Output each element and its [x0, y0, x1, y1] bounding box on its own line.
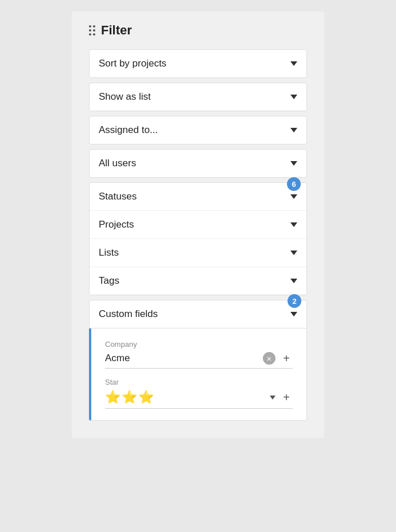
- company-field-label: Company: [105, 340, 293, 349]
- custom-fields-section: 2 Custom fields Company Acme + Star ⭐⭐⭐: [89, 300, 307, 421]
- filter-sections-group: 6 Statuses Projects Lists Tags: [89, 182, 307, 295]
- sort-by-projects-item[interactable]: Sort by projects: [90, 50, 306, 77]
- tags-label: Tags: [99, 275, 119, 287]
- company-add-button[interactable]: +: [280, 352, 293, 365]
- tags-chevron-icon: [290, 279, 297, 283]
- assigned-to-dropdown[interactable]: Assigned to...: [89, 116, 307, 144]
- all-users-item[interactable]: All users: [90, 150, 306, 177]
- tags-item[interactable]: Tags: [90, 267, 306, 295]
- statuses-chevron-icon: [290, 194, 297, 199]
- filter-title: Filter: [101, 23, 132, 38]
- statuses-badge: 6: [287, 177, 301, 191]
- star-field-row: Star ⭐⭐⭐ +: [105, 378, 293, 409]
- lists-item[interactable]: Lists: [90, 239, 306, 267]
- company-clear-button[interactable]: [263, 352, 275, 365]
- star-field-label: Star: [105, 378, 293, 386]
- show-as-list-dropdown[interactable]: Show as list: [89, 83, 307, 111]
- all-users-dropdown[interactable]: All users: [89, 149, 307, 178]
- sort-by-projects-label: Sort by projects: [99, 58, 166, 69]
- custom-fields-panel: Company Acme + Star ⭐⭐⭐ +: [89, 328, 307, 421]
- drag-handle-icon[interactable]: [89, 25, 95, 36]
- all-users-label: All users: [99, 158, 136, 169]
- projects-item[interactable]: Projects: [90, 211, 306, 239]
- show-as-list-label: Show as list: [99, 91, 151, 103]
- company-field-value: Acme: [105, 353, 258, 364]
- sort-by-projects-dropdown[interactable]: Sort by projects: [89, 49, 307, 78]
- statuses-label: Statuses: [99, 191, 137, 202]
- star-add-button[interactable]: +: [280, 391, 293, 404]
- custom-fields-chevron-icon: [290, 312, 297, 316]
- assigned-to-label: Assigned to...: [99, 124, 158, 136]
- custom-fields-label: Custom fields: [99, 308, 158, 320]
- lists-label: Lists: [99, 247, 119, 259]
- lists-chevron-icon: [290, 251, 297, 255]
- all-users-chevron-icon: [290, 161, 297, 166]
- filter-header: Filter: [89, 23, 307, 38]
- sort-by-projects-chevron-icon: [290, 61, 297, 66]
- company-field-row: Company Acme +: [105, 340, 293, 369]
- filter-panel: Filter Sort by projects Show as list Ass…: [72, 11, 324, 438]
- assigned-to-item[interactable]: Assigned to...: [90, 116, 306, 144]
- projects-label: Projects: [99, 219, 134, 230]
- show-as-list-item[interactable]: Show as list: [90, 83, 306, 111]
- star-dropdown-chevron-icon[interactable]: [270, 396, 275, 400]
- company-field-value-row: Acme +: [105, 352, 293, 369]
- star-field-value-row: ⭐⭐⭐ +: [105, 390, 293, 409]
- projects-chevron-icon: [290, 222, 297, 227]
- statuses-item[interactable]: Statuses: [90, 183, 306, 211]
- show-as-list-chevron-icon: [290, 95, 297, 99]
- assigned-to-chevron-icon: [290, 128, 297, 132]
- custom-fields-badge: 2: [288, 294, 301, 308]
- star-field-value: ⭐⭐⭐: [105, 390, 155, 405]
- custom-fields-header[interactable]: Custom fields: [89, 300, 307, 328]
